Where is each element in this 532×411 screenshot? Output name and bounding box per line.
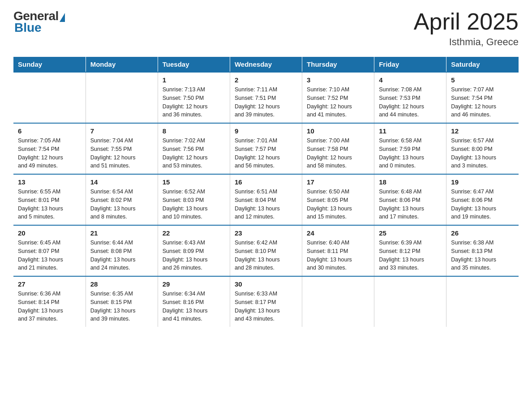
calendar-cell: 3Sunrise: 7:10 AMSunset: 7:52 PMDaylight…	[302, 72, 374, 123]
calendar-cell: 11Sunrise: 6:58 AMSunset: 7:59 PMDayligh…	[374, 123, 446, 174]
day-info: Sunrise: 6:51 AMSunset: 8:04 PMDaylight:…	[235, 188, 297, 221]
calendar-week-row: 1Sunrise: 7:13 AMSunset: 7:50 PMDaylight…	[13, 72, 519, 123]
day-info: Sunrise: 7:08 AMSunset: 7:53 PMDaylight:…	[379, 86, 442, 119]
day-number: 19	[451, 178, 514, 186]
day-of-week-header: Wednesday	[230, 57, 302, 72]
calendar-header-row: SundayMondayTuesdayWednesdayThursdayFrid…	[13, 57, 519, 72]
day-number: 16	[235, 178, 297, 186]
calendar-week-row: 20Sunrise: 6:45 AMSunset: 8:07 PMDayligh…	[13, 225, 519, 276]
day-number: 18	[379, 178, 442, 186]
title-block: April 2025 Isthmia, Greece	[414, 9, 519, 48]
day-info: Sunrise: 6:44 AMSunset: 8:08 PMDaylight:…	[90, 239, 153, 272]
calendar-cell: 26Sunrise: 6:38 AMSunset: 8:13 PMDayligh…	[446, 225, 519, 276]
calendar-cell: 1Sunrise: 7:13 AMSunset: 7:50 PMDaylight…	[158, 72, 230, 123]
day-number: 25	[379, 229, 442, 237]
day-info: Sunrise: 6:45 AMSunset: 8:07 PMDaylight:…	[18, 239, 81, 272]
day-of-week-header: Sunday	[13, 57, 86, 72]
calendar-table: SundayMondayTuesdayWednesdayThursdayFrid…	[13, 57, 519, 327]
page-title: April 2025	[414, 9, 519, 34]
day-number: 27	[18, 280, 81, 288]
day-info: Sunrise: 6:52 AMSunset: 8:03 PMDaylight:…	[163, 188, 225, 221]
logo-blue-text: Blue	[14, 21, 42, 35]
calendar-cell	[86, 72, 158, 123]
calendar-cell: 15Sunrise: 6:52 AMSunset: 8:03 PMDayligh…	[158, 174, 230, 225]
day-info: Sunrise: 7:01 AMSunset: 7:57 PMDaylight:…	[235, 137, 297, 170]
calendar-cell: 10Sunrise: 7:00 AMSunset: 7:58 PMDayligh…	[302, 123, 374, 174]
logo-triangle-icon	[60, 13, 65, 22]
calendar-cell: 4Sunrise: 7:08 AMSunset: 7:53 PMDaylight…	[374, 72, 446, 123]
day-number: 21	[90, 229, 153, 237]
day-info: Sunrise: 6:39 AMSunset: 8:12 PMDaylight:…	[379, 239, 442, 272]
day-number: 1	[163, 76, 225, 84]
calendar-cell: 23Sunrise: 6:42 AMSunset: 8:10 PMDayligh…	[230, 225, 302, 276]
day-info: Sunrise: 7:05 AMSunset: 7:54 PMDaylight:…	[18, 137, 81, 170]
day-info: Sunrise: 6:48 AMSunset: 8:06 PMDaylight:…	[379, 188, 442, 221]
day-number: 6	[18, 127, 81, 135]
calendar-cell: 5Sunrise: 7:07 AMSunset: 7:54 PMDaylight…	[446, 72, 519, 123]
day-number: 9	[235, 127, 297, 135]
day-number: 8	[163, 127, 225, 135]
day-info: Sunrise: 6:34 AMSunset: 8:16 PMDaylight:…	[163, 290, 225, 323]
calendar-cell: 9Sunrise: 7:01 AMSunset: 7:57 PMDaylight…	[230, 123, 302, 174]
day-number: 4	[379, 76, 442, 84]
calendar-cell: 16Sunrise: 6:51 AMSunset: 8:04 PMDayligh…	[230, 174, 302, 225]
calendar-cell: 7Sunrise: 7:04 AMSunset: 7:55 PMDaylight…	[86, 123, 158, 174]
day-number: 3	[307, 76, 369, 84]
day-number: 24	[307, 229, 369, 237]
day-number: 26	[451, 229, 514, 237]
calendar-week-row: 6Sunrise: 7:05 AMSunset: 7:54 PMDaylight…	[13, 123, 519, 174]
calendar-cell: 24Sunrise: 6:40 AMSunset: 8:11 PMDayligh…	[302, 225, 374, 276]
day-info: Sunrise: 7:07 AMSunset: 7:54 PMDaylight:…	[451, 86, 514, 119]
calendar-cell: 27Sunrise: 6:36 AMSunset: 8:14 PMDayligh…	[13, 276, 86, 327]
day-info: Sunrise: 7:13 AMSunset: 7:50 PMDaylight:…	[163, 86, 225, 119]
day-info: Sunrise: 6:47 AMSunset: 8:06 PMDaylight:…	[451, 188, 514, 221]
day-number: 7	[90, 127, 153, 135]
calendar-cell: 19Sunrise: 6:47 AMSunset: 8:06 PMDayligh…	[446, 174, 519, 225]
day-info: Sunrise: 7:00 AMSunset: 7:58 PMDaylight:…	[307, 137, 369, 170]
day-info: Sunrise: 7:11 AMSunset: 7:51 PMDaylight:…	[235, 86, 297, 119]
calendar-cell	[302, 276, 374, 327]
day-number: 2	[235, 76, 297, 84]
calendar-cell: 17Sunrise: 6:50 AMSunset: 8:05 PMDayligh…	[302, 174, 374, 225]
day-info: Sunrise: 7:10 AMSunset: 7:52 PMDaylight:…	[307, 86, 369, 119]
day-of-week-header: Thursday	[302, 57, 374, 72]
day-number: 29	[163, 280, 225, 288]
day-number: 23	[235, 229, 297, 237]
calendar-cell: 25Sunrise: 6:39 AMSunset: 8:12 PMDayligh…	[374, 225, 446, 276]
calendar-cell	[446, 276, 519, 327]
day-number: 30	[235, 280, 297, 288]
day-info: Sunrise: 6:55 AMSunset: 8:01 PMDaylight:…	[18, 188, 81, 221]
day-number: 15	[163, 178, 225, 186]
page-subtitle: Isthmia, Greece	[414, 36, 519, 48]
calendar-cell: 18Sunrise: 6:48 AMSunset: 8:06 PMDayligh…	[374, 174, 446, 225]
calendar-cell: 13Sunrise: 6:55 AMSunset: 8:01 PMDayligh…	[13, 174, 86, 225]
day-number: 22	[163, 229, 225, 237]
calendar-cell: 8Sunrise: 7:02 AMSunset: 7:56 PMDaylight…	[158, 123, 230, 174]
day-info: Sunrise: 6:50 AMSunset: 8:05 PMDaylight:…	[307, 188, 369, 221]
day-info: Sunrise: 7:02 AMSunset: 7:56 PMDaylight:…	[163, 137, 225, 170]
day-info: Sunrise: 6:54 AMSunset: 8:02 PMDaylight:…	[90, 188, 153, 221]
calendar-cell: 2Sunrise: 7:11 AMSunset: 7:51 PMDaylight…	[230, 72, 302, 123]
day-number: 20	[18, 229, 81, 237]
day-info: Sunrise: 6:38 AMSunset: 8:13 PMDaylight:…	[451, 239, 514, 272]
calendar-cell: 20Sunrise: 6:45 AMSunset: 8:07 PMDayligh…	[13, 225, 86, 276]
day-of-week-header: Friday	[374, 57, 446, 72]
logo: General Blue	[13, 9, 65, 35]
calendar-cell	[374, 276, 446, 327]
calendar-cell: 28Sunrise: 6:35 AMSunset: 8:15 PMDayligh…	[86, 276, 158, 327]
day-number: 10	[307, 127, 369, 135]
day-of-week-header: Tuesday	[158, 57, 230, 72]
day-number: 14	[90, 178, 153, 186]
calendar-cell: 12Sunrise: 6:57 AMSunset: 8:00 PMDayligh…	[446, 123, 519, 174]
day-number: 11	[379, 127, 442, 135]
day-info: Sunrise: 6:43 AMSunset: 8:09 PMDaylight:…	[163, 239, 225, 272]
day-info: Sunrise: 6:42 AMSunset: 8:10 PMDaylight:…	[235, 239, 297, 272]
day-info: Sunrise: 7:04 AMSunset: 7:55 PMDaylight:…	[90, 137, 153, 170]
day-of-week-header: Saturday	[446, 57, 519, 72]
calendar-week-row: 13Sunrise: 6:55 AMSunset: 8:01 PMDayligh…	[13, 174, 519, 225]
day-number: 12	[451, 127, 514, 135]
day-number: 28	[90, 280, 153, 288]
day-info: Sunrise: 6:36 AMSunset: 8:14 PMDaylight:…	[18, 290, 81, 323]
day-info: Sunrise: 6:57 AMSunset: 8:00 PMDaylight:…	[451, 137, 514, 170]
day-info: Sunrise: 6:35 AMSunset: 8:15 PMDaylight:…	[90, 290, 153, 323]
